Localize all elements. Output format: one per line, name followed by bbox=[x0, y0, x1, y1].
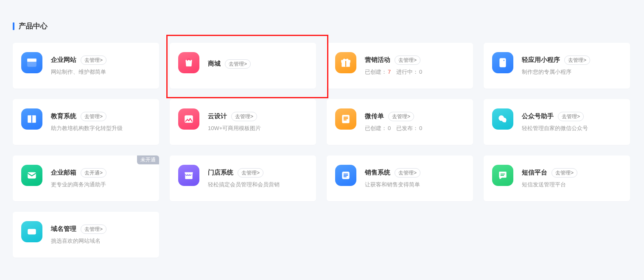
card-top-row: 公众号助手去管理> bbox=[522, 112, 622, 122]
card-body: 教育系统去管理>助力教培机构数字化转型升级 bbox=[51, 108, 151, 136]
product-center-section: 产品中心 企业网站去管理>网站制作、维护都简单商城去管理>营销活动去管理>已创建… bbox=[0, 0, 644, 266]
card-title: 轻应用小程序 bbox=[522, 56, 560, 64]
card-title: 营销活动 bbox=[365, 56, 390, 64]
card-body: 营销活动去管理>已创建：7 进行中：0 bbox=[365, 52, 465, 79]
card-top-row: 域名管理去管理> bbox=[51, 225, 151, 234]
card-body: 销售系统去管理>让获客和销售变得简单 bbox=[365, 165, 465, 192]
card-description: 挑选喜欢的网站域名 bbox=[51, 237, 151, 245]
wechat-icon bbox=[492, 108, 513, 130]
card-body: 商城去管理> bbox=[208, 52, 308, 79]
card-top-row: 短信平台去管理> bbox=[522, 168, 622, 178]
domain-icon: W.= bbox=[21, 221, 42, 242]
card-description: 轻松搞定会员管理和会员营销 bbox=[208, 181, 308, 189]
card-title: 商城 bbox=[208, 60, 221, 68]
card-top-row: 企业网站去管理> bbox=[51, 55, 151, 65]
card-body: 短信平台去管理>短信发送管理平台 bbox=[522, 165, 622, 192]
card-top-row: 教育系统去管理> bbox=[51, 112, 151, 122]
store-icon bbox=[178, 165, 199, 186]
stat-label: 已发布： bbox=[396, 125, 418, 131]
product-card[interactable]: 轻应用小程序去管理>制作您的专属小程序 bbox=[484, 43, 630, 89]
section-header: 产品中心 bbox=[13, 21, 631, 31]
svg-text:W.=: W.= bbox=[30, 230, 35, 233]
card-top-row: 营销活动去管理> bbox=[365, 55, 465, 65]
stat-value: 0 bbox=[419, 69, 422, 75]
card-body: 域名管理去管理>挑选喜欢的网站域名 bbox=[51, 221, 151, 248]
card-body: 门店系统去管理>轻松搞定会员管理和会员营销 bbox=[208, 165, 308, 192]
card-description: 已创建：0 已发布：0 bbox=[365, 125, 465, 132]
manage-button[interactable]: 去管理> bbox=[81, 112, 106, 122]
card-title: 教育系统 bbox=[51, 112, 76, 120]
product-card[interactable]: W.=域名管理去管理>挑选喜欢的网站域名 bbox=[13, 212, 159, 258]
card-description: 制作您的专属小程序 bbox=[522, 68, 622, 76]
card-top-row: 门店系统去管理> bbox=[208, 168, 308, 178]
manage-button[interactable]: 去管理> bbox=[395, 168, 420, 178]
manage-button[interactable]: 去管理> bbox=[395, 55, 420, 65]
card-top-row: 商城去管理> bbox=[208, 59, 308, 69]
svg-point-3 bbox=[30, 60, 31, 61]
manage-button[interactable]: 去管理> bbox=[225, 59, 251, 69]
stat-label: 进行中： bbox=[396, 69, 418, 75]
card-title: 短信平台 bbox=[522, 169, 547, 177]
cards-grid: 企业网站去管理>网站制作、维护都简单商城去管理>营销活动去管理>已创建：7 进行… bbox=[13, 43, 631, 258]
product-card[interactable]: 营销活动去管理>已创建：7 进行中：0 bbox=[327, 43, 473, 89]
product-card[interactable]: 云设计去管理>10W+可商用模板图片 bbox=[170, 99, 316, 145]
product-card[interactable]: 销售系统去管理>让获客和销售变得简单 bbox=[327, 155, 473, 201]
status-badge: 未开通 bbox=[137, 155, 159, 164]
product-card[interactable]: 教育系统去管理>助力教培机构数字化转型升级 bbox=[13, 99, 159, 145]
miniapp-icon bbox=[492, 52, 513, 73]
manage-button[interactable]: 去管理> bbox=[558, 112, 584, 122]
card-description: 更专业的商务沟通助手 bbox=[51, 181, 151, 189]
product-card[interactable]: 商城去管理> bbox=[170, 43, 316, 89]
gift-icon bbox=[335, 52, 356, 73]
product-card[interactable]: 微传单去管理>已创建：0 已发布：0 bbox=[327, 99, 473, 145]
card-body: 云设计去管理>10W+可商用模板图片 bbox=[208, 108, 308, 136]
card-description: 10W+可商用模板图片 bbox=[208, 125, 308, 132]
card-top-row: 企业邮箱去开通> bbox=[51, 168, 151, 178]
card-title: 销售系统 bbox=[365, 169, 390, 177]
card-title: 域名管理 bbox=[51, 225, 76, 233]
card-description: 网站制作、维护都简单 bbox=[51, 68, 151, 76]
card-top-row: 销售系统去管理> bbox=[365, 168, 465, 178]
manage-button[interactable]: 去管理> bbox=[552, 168, 577, 178]
stat-value: 0 bbox=[419, 125, 422, 131]
product-card[interactable]: 公众号助手去管理>轻松管理自家的微信公众号 bbox=[484, 99, 630, 145]
stat-label: 已创建： bbox=[365, 125, 387, 131]
window-icon bbox=[21, 52, 42, 73]
sms-icon bbox=[492, 165, 513, 186]
accent-bar bbox=[13, 22, 14, 30]
card-description: 让获客和销售变得简单 bbox=[365, 181, 465, 189]
stat-label: 已创建： bbox=[365, 69, 387, 75]
product-card[interactable]: 门店系统去管理>轻松搞定会员管理和会员营销 bbox=[170, 155, 316, 201]
manage-button[interactable]: 去管理> bbox=[388, 112, 414, 122]
card-body: 企业网站去管理>网站制作、维护都简单 bbox=[51, 52, 151, 79]
product-card[interactable]: 短信平台去管理>短信发送管理平台 bbox=[484, 155, 630, 201]
manage-button[interactable]: 去管理> bbox=[231, 112, 257, 122]
stat-value: 0 bbox=[388, 125, 391, 131]
shop-bag-icon bbox=[178, 52, 199, 73]
manage-button[interactable]: 去管理> bbox=[564, 55, 590, 65]
card-description: 轻松管理自家的微信公众号 bbox=[522, 125, 622, 132]
card-top-row: 轻应用小程序去管理> bbox=[522, 55, 622, 65]
card-description: 已创建：7 进行中：0 bbox=[365, 68, 465, 76]
spacer bbox=[392, 125, 396, 131]
image-icon bbox=[178, 108, 199, 130]
card-body: 企业邮箱去开通>更专业的商务沟通助手 bbox=[51, 165, 151, 192]
manage-button[interactable]: 去开通> bbox=[81, 168, 106, 178]
card-title: 公众号助手 bbox=[522, 112, 554, 120]
manage-button[interactable]: 去管理> bbox=[238, 168, 263, 178]
card-description: 助力教培机构数字化转型升级 bbox=[51, 125, 151, 132]
svg-point-2 bbox=[29, 60, 30, 61]
spacer bbox=[392, 69, 396, 75]
list-icon bbox=[335, 165, 356, 186]
manage-button[interactable]: 去管理> bbox=[81, 55, 106, 65]
flyer-icon bbox=[335, 108, 356, 130]
manage-button[interactable]: 去管理> bbox=[81, 225, 106, 234]
card-title: 企业邮箱 bbox=[51, 169, 76, 177]
stat-value: 7 bbox=[388, 69, 391, 75]
card-top-row: 云设计去管理> bbox=[208, 112, 308, 122]
card-top-row: 微传单去管理> bbox=[365, 112, 465, 122]
card-title: 企业网站 bbox=[51, 56, 76, 64]
product-card[interactable]: 未开通企业邮箱去开通>更专业的商务沟通助手 bbox=[13, 155, 159, 201]
product-card[interactable]: 企业网站去管理>网站制作、维护都简单 bbox=[13, 43, 159, 89]
mail-icon bbox=[21, 165, 42, 186]
